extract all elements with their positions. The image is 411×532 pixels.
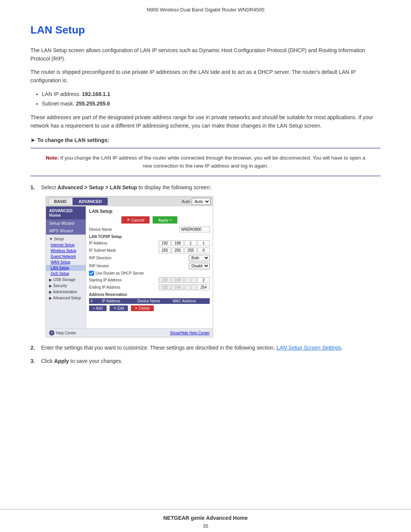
ending-octet-1[interactable]: [159, 284, 171, 290]
ending-octet-4[interactable]: [198, 284, 210, 290]
bullet-list: LAN IP address. 192.168.1.1 Subnet mask.…: [42, 89, 381, 109]
tab-advanced[interactable]: ADVANCED: [73, 198, 108, 205]
sidebar-item-administration[interactable]: ▶ Administration: [46, 289, 86, 295]
starting-octet-1[interactable]: [159, 277, 171, 283]
device-name-value-container: [131, 227, 210, 232]
bullet-item-1: LAN IP address. 192.168.1.1: [42, 89, 381, 99]
device-name-input[interactable]: [179, 227, 210, 232]
auto-label: Auto: [182, 199, 190, 204]
table-header: # IP Address Device Name MAC Address: [89, 298, 210, 304]
step-1-prefix: Select: [41, 184, 57, 190]
sidebar-item-security[interactable]: ▶ Security: [46, 283, 86, 289]
rip-version-row: RIP Version Disabled RIP-1 RIP-2 Both: [89, 263, 210, 269]
ip-octet-1[interactable]: [159, 240, 171, 246]
sidebar-item-wan-setup[interactable]: WAN Setup: [46, 259, 86, 265]
table-col-device: Device Name: [137, 299, 173, 303]
bullet-item-2-label: Subnet mask.: [42, 101, 75, 107]
apply-plus-icon: +: [170, 218, 172, 222]
sidebar-item-qos-setup[interactable]: QoS Setup: [46, 271, 86, 276]
ending-octet-2[interactable]: [172, 284, 184, 290]
step-1-suffix: to display the following screen:: [137, 184, 211, 190]
step-1-number: 1.: [30, 183, 37, 192]
sidebar-item-internet-setup[interactable]: Internet Setup: [46, 242, 86, 248]
bullet-item-1-label: LAN IP address.: [42, 91, 81, 97]
router-main-panel: LAN Setup ✕ Cancel Apply +: [86, 206, 213, 328]
cancel-button[interactable]: ✕ Cancel: [121, 216, 150, 224]
ip-octet-4[interactable]: [198, 240, 210, 246]
device-name-row: Device Name: [89, 227, 210, 232]
sidebar-item-usb-storage[interactable]: ▶ USB Storage: [46, 276, 86, 283]
auto-dropdown[interactable]: Auto: [192, 198, 210, 205]
bullet-item-2: Subnet mask. 255.255.255.0: [42, 99, 381, 109]
rip-direction-label: RIP Direction: [89, 256, 131, 260]
step-1-text: Select Advanced > Setup > LAN Setup to d…: [41, 183, 211, 192]
table-col-ip: IP Address: [102, 299, 137, 303]
sidebar-item-advanced-home[interactable]: ADVANCED Home: [46, 206, 86, 219]
section-heading-text: To change the LAN settings:: [37, 137, 109, 143]
lan-setup-link[interactable]: LAN Setup Screen Settings: [276, 345, 341, 351]
ip-address-row: IP Address: [89, 240, 210, 246]
starting-octet-3[interactable]: [185, 277, 197, 283]
router-screenshot: BASIC ADVANCED Auto Auto ADVANCED Home S…: [46, 196, 213, 337]
dhcp-checkbox[interactable]: [89, 271, 94, 276]
cancel-label: Cancel: [131, 218, 144, 222]
router-panel-title: LAN Setup: [89, 209, 210, 214]
subnet-octet-2[interactable]: [172, 248, 184, 253]
subnet-mask-row: IP Subnet Mask: [89, 248, 210, 253]
subnet-inputs: [131, 248, 210, 253]
router-tabs: BASIC ADVANCED: [48, 198, 108, 205]
starting-octet-2[interactable]: [172, 277, 184, 283]
help-center-left: ? Help Center: [49, 330, 76, 335]
step-2-suffix: .: [341, 345, 343, 351]
router-sidebar: ADVANCED Home Setup Wizard WPS Wizard ▼ …: [46, 206, 86, 328]
step-1-bold: Advanced > Setup > LAN Setup: [57, 184, 137, 190]
document-title: N900 Wireless Dual Band Gigabit Router W…: [147, 7, 264, 13]
sidebar-item-wireless-setup[interactable]: Wireless Setup: [46, 248, 86, 254]
content-area: LAN Setup The LAN Setup screen allows co…: [0, 16, 411, 509]
note-box: Note: If you change the LAN IP address o…: [30, 148, 381, 176]
intro-para-3: These addresses are part of the designat…: [30, 113, 381, 130]
router-action-buttons: ✕ Cancel Apply +: [89, 216, 210, 224]
router-body: ADVANCED Home Setup Wizard WPS Wizard ▼ …: [46, 206, 213, 328]
tab-basic[interactable]: BASIC: [48, 198, 73, 205]
sidebar-item-advanced-setup[interactable]: ▶ Advanced Setup: [46, 295, 86, 301]
subnet-octet-1[interactable]: [159, 248, 171, 253]
step-3-bold: Apply: [54, 358, 69, 364]
sidebar-item-setup-wizard[interactable]: Setup Wizard: [46, 219, 86, 227]
rip-version-select[interactable]: Disabled RIP-1 RIP-2 Both: [189, 263, 210, 269]
apply-button[interactable]: Apply +: [153, 216, 177, 224]
subnet-octet-4[interactable]: [198, 248, 210, 253]
help-bar: ? Help Center Show/Hide Help Center: [46, 328, 213, 337]
starting-octet-4[interactable]: [198, 277, 210, 283]
sidebar-item-wps-wizard[interactable]: WPS Wizard: [46, 227, 86, 235]
starting-ip-inputs: [131, 277, 210, 283]
ending-octet-3[interactable]: [185, 284, 197, 290]
sidebar-item-lan-setup[interactable]: LAN Setup: [46, 265, 86, 271]
edit-button[interactable]: ✎ Edit: [110, 305, 128, 311]
rip-direction-select[interactable]: Both None In Only Out Only: [189, 255, 210, 261]
delete-button[interactable]: ✕ Delete: [131, 305, 154, 311]
page-container: N900 Wireless Dual Band Gigabit Router W…: [0, 0, 411, 532]
ending-ip-label: Ending IP Address: [89, 285, 131, 289]
apply-label: Apply: [158, 218, 169, 222]
starting-ip-row: Starting IP Address: [89, 277, 210, 283]
add-button[interactable]: + Add: [89, 305, 107, 311]
show-hide-help-link[interactable]: Show/Hide Help Center: [170, 331, 210, 335]
ending-ip-inputs: [131, 284, 210, 290]
sidebar-item-guest-network[interactable]: Guest Network: [46, 254, 86, 259]
router-top-bar: BASIC ADVANCED Auto Auto: [46, 197, 213, 206]
step-2-prefix: Enter the settings that you want to cust…: [41, 345, 276, 351]
footer-page-number: 35: [0, 523, 411, 529]
ip-octet-2[interactable]: [172, 240, 184, 246]
step-3-number: 3.: [30, 357, 37, 365]
cancel-x-icon: ✕: [127, 217, 130, 222]
ip-octet-3[interactable]: [185, 240, 197, 246]
bullet-item-1-value: 192.168.1.1: [82, 91, 110, 97]
rip-direction-value: Both None In Only Out Only: [131, 255, 210, 261]
subnet-octet-3[interactable]: [185, 248, 197, 253]
arrow-icon: ➤: [30, 137, 35, 143]
subnet-mask-label: IP Subnet Mask: [89, 248, 131, 252]
intro-para-1: The LAN Setup screen allows configuratio…: [30, 46, 381, 63]
step-3-suffix: to save your changes.: [69, 358, 123, 364]
tcp-ip-section-label: LAN TCP/IP Setup: [89, 235, 210, 239]
